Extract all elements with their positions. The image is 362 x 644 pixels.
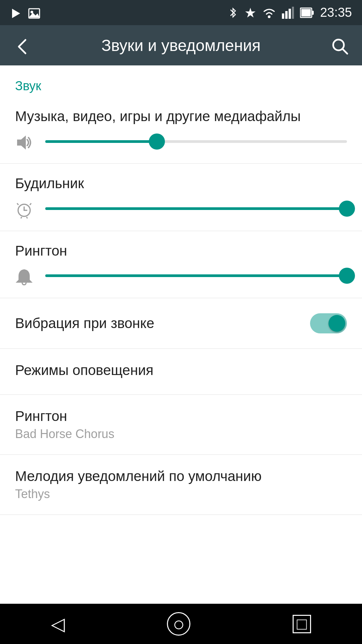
media-volume-slider-row [15, 131, 347, 152]
ringtone-setting-title: Рингтон [15, 408, 347, 424]
svg-marker-0 [12, 9, 20, 18]
signal-icon [282, 7, 294, 19]
svg-rect-6 [285, 11, 288, 19]
ringtone-setting-subtitle: Bad Horse Chorus [15, 427, 347, 441]
wifi-icon [262, 7, 276, 19]
nav-recent-button[interactable]: □ [293, 615, 311, 633]
status-bar-left [10, 6, 40, 20]
back-button[interactable] [13, 35, 31, 55]
content-area: Звук Музыка, видео, игры и другие медиаф… [0, 65, 362, 515]
media-volume-item: Музыка, видео, игры и другие медиафайлы [0, 97, 362, 164]
play-icon [10, 6, 22, 20]
ringtone-volume-track[interactable] [45, 274, 347, 277]
alarm-volume-item: Будильник [0, 164, 362, 231]
notification-sound-item[interactable]: Мелодия уведомлений по умолчанию Tethys [0, 455, 362, 515]
volume-icon [15, 131, 35, 152]
search-button[interactable] [331, 36, 349, 55]
alarm-icon [15, 198, 35, 219]
sound-section-header: Звук [0, 65, 362, 97]
toggle-knob [328, 315, 345, 332]
alarm-volume-track[interactable] [45, 207, 347, 210]
nav-bar: ◁ ○ □ [0, 604, 362, 644]
media-volume-track[interactable] [45, 140, 347, 143]
ringtone-volume-slider-row [15, 266, 347, 286]
svg-rect-5 [282, 13, 284, 19]
svg-rect-8 [292, 7, 294, 19]
notification-sound-title: Мелодия уведомлений по умолчанию [15, 468, 347, 484]
battery-icon [300, 7, 314, 19]
notification-sound-subtitle: Tethys [15, 487, 347, 501]
vibration-label: Вибрация при звонке [15, 315, 154, 331]
svg-line-20 [21, 217, 22, 218]
status-bar: ★ 23: [0, 0, 362, 25]
notification-modes-label: Режимы оповещения [15, 362, 347, 378]
notification-modes-item[interactable]: Режимы оповещения [0, 349, 362, 395]
alarm-volume-slider-row [15, 198, 347, 219]
svg-rect-7 [289, 9, 291, 19]
bell-icon [15, 266, 35, 286]
status-time: 23:35 [320, 5, 352, 20]
alarm-volume-label: Будильник [15, 175, 347, 192]
media-volume-label: Музыка, видео, игры и другие медиафайлы [15, 108, 347, 124]
vibration-toggle-item[interactable]: Вибрация при звонке [0, 298, 362, 349]
status-bar-right: ★ 23: [228, 5, 352, 20]
svg-rect-11 [301, 9, 311, 16]
svg-line-18 [17, 203, 18, 205]
star-icon: ★ [244, 5, 256, 20]
svg-marker-3 [29, 13, 40, 17]
nav-back-button[interactable]: ◁ [51, 613, 65, 635]
svg-point-4 [268, 15, 270, 18]
svg-line-21 [26, 217, 27, 218]
vibration-toggle[interactable] [310, 313, 347, 333]
svg-line-19 [30, 203, 31, 205]
svg-rect-10 [312, 11, 314, 15]
page-title: Звуки и уведомления [44, 36, 318, 55]
app-bar: Звуки и уведомления [0, 25, 362, 65]
nav-home-button[interactable]: ○ [167, 612, 190, 636]
image-icon [28, 6, 40, 20]
ringtone-setting-item[interactable]: Рингтон Bad Horse Chorus [0, 395, 362, 455]
svg-line-13 [343, 49, 347, 54]
ringtone-volume-label: Рингтон [15, 243, 347, 259]
svg-marker-14 [17, 136, 26, 150]
ringtone-volume-item: Рингтон [0, 231, 362, 298]
bluetooth-icon [228, 7, 238, 19]
